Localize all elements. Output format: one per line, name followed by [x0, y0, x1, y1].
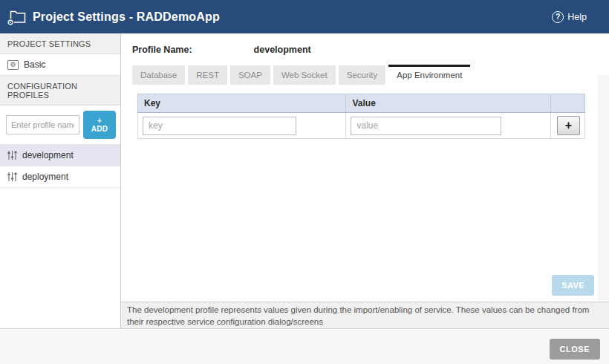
profile-name-label: Profile Name: [132, 45, 192, 55]
sidebar: PROJECT SETTINGS ⚙ Basic CONFIGURATION P… [0, 33, 121, 329]
key-column-header: Key [138, 94, 346, 113]
profile-name-value: development [254, 45, 311, 55]
gear-icon: ⚙ [7, 19, 14, 27]
value-input[interactable] [351, 117, 501, 135]
close-button[interactable]: CLOSE [550, 339, 600, 360]
tab-bar: Database REST SOAP Web Socket Security A… [132, 64, 609, 85]
tab-soap[interactable]: SOAP [230, 65, 270, 85]
dialog-header: ⚙ Project Settings - RADDemoApp ? Help [0, 0, 609, 33]
project-settings-folder-icon: ⚙ [10, 10, 26, 24]
help-button[interactable]: ? Help [552, 0, 587, 33]
value-column-header: Value [346, 94, 551, 113]
actions-column-header [550, 94, 584, 113]
background-strip [598, 75, 609, 302]
tab-security[interactable]: Security [339, 65, 386, 85]
profile-name-row: Profile Name: development [132, 45, 311, 55]
tab-rest[interactable]: REST [188, 65, 227, 85]
profile-item-label: development [22, 150, 74, 160]
section-header-project-settings: PROJECT SETTINGS [0, 33, 120, 54]
sidebar-item-basic[interactable]: ⚙ Basic [0, 54, 120, 76]
tab-app-environment[interactable]: App Environment [388, 65, 470, 85]
dialog-title: Project Settings - RADDemoApp [33, 10, 220, 24]
sidebar-item-deployment[interactable]: deployment [0, 166, 120, 188]
help-label: Help [567, 12, 587, 22]
sliders-icon [7, 172, 17, 182]
profile-name-input[interactable] [6, 115, 79, 134]
dialog-footer: CLOSE [0, 329, 609, 364]
add-row-button[interactable]: + [557, 116, 580, 135]
key-input[interactable] [143, 117, 296, 135]
sidebar-item-basic-label: Basic [24, 59, 45, 70]
profile-item-label: deployment [22, 172, 68, 182]
env-table: Key Value + [137, 94, 585, 139]
tab-web-socket[interactable]: Web Socket [273, 65, 336, 85]
sliders-icon [7, 150, 17, 160]
profile-add-row: + ADD [0, 105, 120, 145]
basic-settings-icon: ⚙ [7, 60, 19, 70]
section-header-configuration-profiles: CONFIGURATION PROFILES [0, 76, 120, 105]
env-table-header-row: Key Value [138, 94, 585, 113]
main-content: Profile Name: development Database REST … [121, 33, 609, 302]
add-profile-button[interactable]: + ADD [83, 111, 116, 139]
question-circle-icon: ? [552, 11, 564, 23]
tab-database[interactable]: Database [132, 65, 185, 85]
save-button[interactable]: SAVE [552, 275, 594, 296]
sidebar-item-development[interactable]: development [0, 145, 120, 166]
env-table-input-row: + [138, 113, 585, 139]
info-text: The development profile represents value… [121, 302, 609, 329]
